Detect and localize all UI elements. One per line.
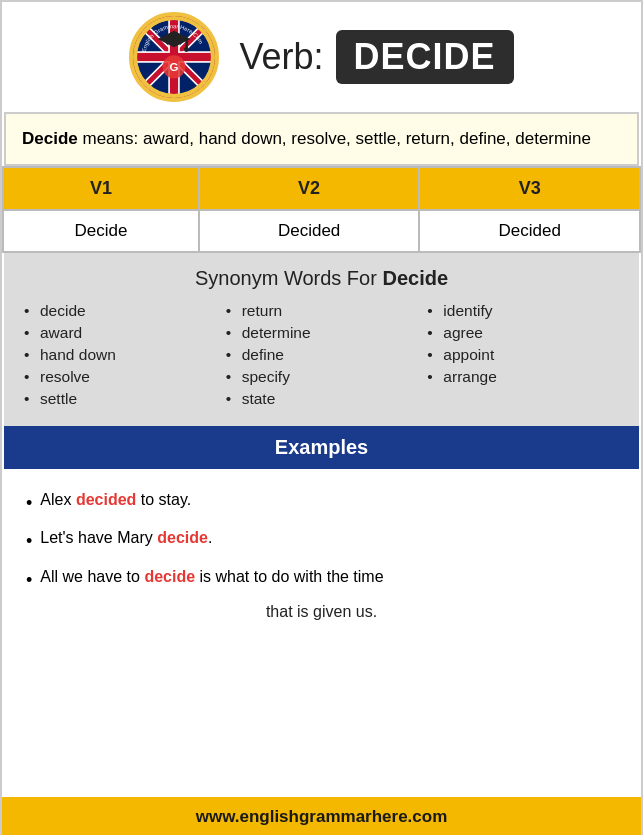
synonym-item: arrange <box>427 368 619 386</box>
ex3-highlight: decide <box>144 568 195 585</box>
svg-point-12 <box>184 47 189 52</box>
synonym-columns: decide award hand down resolve settle re… <box>24 302 619 412</box>
page-wrapper: G English Grammar Here.Com Verb: DECIDE … <box>2 2 641 835</box>
svg-text:G: G <box>170 61 179 73</box>
synonym-title-bold: Decide <box>382 267 448 289</box>
ex1-highlight: decided <box>76 491 136 508</box>
synonym-item: return <box>226 302 418 320</box>
table-header-v3: V3 <box>419 167 640 210</box>
footer-url: www.englishgrammarhere.com <box>196 807 448 826</box>
table-header-v2: V2 <box>199 167 420 210</box>
synonym-item: determine <box>226 324 418 342</box>
verb-forms-table: V1 V2 V3 Decide Decided Decided <box>2 166 641 253</box>
footer: www.englishgrammarhere.com <box>2 797 641 835</box>
ex2-part2: . <box>208 529 212 546</box>
continuation-text: that is given us. <box>266 603 377 620</box>
meaning-section: Decide means: award, hand down, resolve,… <box>4 112 639 166</box>
table-cell-v3: Decided <box>419 210 640 252</box>
example-text-2: Let's have Mary decide. <box>40 525 617 551</box>
synonym-item: specify <box>226 368 418 386</box>
meaning-word: Decide <box>22 129 78 148</box>
synonym-col-2: return determine define specify state <box>226 302 418 412</box>
synonym-title-plain: Synonym Words For <box>195 267 382 289</box>
ex2-highlight: decide <box>157 529 208 546</box>
meaning-text: means: award, hand down, resolve, settle… <box>78 129 591 148</box>
table-header-v1: V1 <box>3 167 199 210</box>
synonym-item: hand down <box>24 346 216 364</box>
synonym-item: resolve <box>24 368 216 386</box>
synonym-item: appoint <box>427 346 619 364</box>
header-title-area: Verb: DECIDE <box>239 30 513 84</box>
bullet-icon: • <box>26 566 32 595</box>
table-cell-v1: Decide <box>3 210 199 252</box>
table-cell-v2: Decided <box>199 210 420 252</box>
synonym-col-1: decide award hand down resolve settle <box>24 302 216 412</box>
bullet-icon: • <box>26 489 32 518</box>
header: G English Grammar Here.Com Verb: DECIDE <box>2 2 641 112</box>
synonym-title: Synonym Words For Decide <box>24 267 619 290</box>
example-item-2: • Let's have Mary decide. <box>26 525 617 556</box>
synonym-item: agree <box>427 324 619 342</box>
verb-word: DECIDE <box>336 30 514 84</box>
synonym-item: state <box>226 390 418 408</box>
bullet-icon: • <box>26 527 32 556</box>
ex1-part1: Alex <box>40 491 76 508</box>
synonym-item: settle <box>24 390 216 408</box>
example-item-1: • Alex decided to stay. <box>26 487 617 518</box>
example-continuation-3: that is given us. <box>26 603 617 621</box>
ex1-part2: to stay. <box>136 491 191 508</box>
synonym-item: define <box>226 346 418 364</box>
examples-header: Examples <box>4 426 639 469</box>
synonym-item: award <box>24 324 216 342</box>
example-item-3: • All we have to decide is what to do wi… <box>26 564 617 595</box>
example-text-3: All we have to decide is what to do with… <box>40 564 617 590</box>
synonym-col-3: identify agree appoint arrange <box>427 302 619 412</box>
verb-label: Verb: <box>239 36 323 78</box>
main-content: Decide means: award, hand down, resolve,… <box>2 112 641 797</box>
synonym-section: Synonym Words For Decide decide award ha… <box>4 253 639 426</box>
synonym-item: decide <box>24 302 216 320</box>
ex3-part1: All we have to <box>40 568 144 585</box>
synonym-item: identify <box>427 302 619 320</box>
ex2-part1: Let's have Mary <box>40 529 157 546</box>
ex3-part2: is what to do with the time <box>195 568 384 585</box>
example-text-1: Alex decided to stay. <box>40 487 617 513</box>
examples-body: • Alex decided to stay. • Let's have Mar… <box>2 469 641 641</box>
logo: G English Grammar Here.Com <box>129 12 219 102</box>
